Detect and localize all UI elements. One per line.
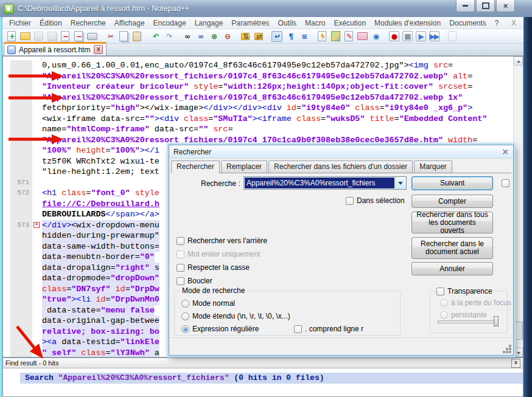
in-selection-label: Dans sélection: [357, 196, 405, 205]
menu-item-outils[interactable]: Outils: [273, 18, 301, 29]
wrap-checkbox[interactable]: Boucler: [177, 277, 212, 285]
word-wrap-icon[interactable]: ↵: [271, 30, 283, 43]
sync-vertical-icon[interactable]: ⇅: [239, 30, 251, 43]
line-number: [10, 145, 32, 156]
find-dialog-title-bar[interactable]: Rechercher ✕: [169, 145, 513, 159]
slider-thumb-icon[interactable]: [494, 316, 499, 326]
minimize-button[interactable]: [456, 0, 475, 12]
scrollbar-thumb[interactable]: [514, 322, 523, 340]
bookmark-margin: [3, 103, 10, 114]
menu-item-modules-d-extension[interactable]: Modules d'extension: [370, 18, 445, 29]
code-text: <wix-iframe data-src=""><div class="SMuT…: [42, 114, 487, 125]
find-dialog-close-icon[interactable]: ✕: [502, 148, 509, 156]
redo-icon[interactable]: ↷: [163, 30, 175, 43]
combo-dropdown-icon[interactable]: [395, 177, 406, 189]
two-buttons-mode-checkbox[interactable]: [502, 179, 509, 187]
new-file-icon[interactable]: +: [5, 30, 18, 43]
macro-stop-icon[interactable]: ■: [401, 30, 413, 43]
mode-extended-radio[interactable]: Mode étendu (\n, \r, \t, \0, \x...): [181, 312, 290, 320]
editor-line-3[interactable]: "Inventeur créateur bricoleur" style="wi…: [3, 81, 514, 92]
zoom-out-icon[interactable]: ⊖: [221, 30, 233, 43]
macro-run-multiple-icon[interactable]: ▶▶: [428, 30, 440, 43]
editor-vertical-scrollbar[interactable]: [513, 57, 523, 357]
in-selection-box-icon: [346, 197, 354, 205]
save-icon[interactable]: [32, 30, 44, 43]
dialog-tab-remplacer[interactable]: Remplacer: [221, 161, 267, 173]
macro-play-icon[interactable]: ▶: [415, 30, 427, 43]
dialog-resize-grip[interactable]: [509, 351, 511, 353]
editor-line-1[interactable]: 0,usm_0.66_1.00_0.01,enc_auto/0197c4_8f6…: [3, 60, 514, 71]
find-all-current-doc-button[interactable]: Rechercher dans le document actuel: [411, 237, 493, 259]
editor-line-2[interactable]: "Appareil%20%C3%A0%20ressort_fichiers/01…: [3, 71, 514, 82]
find-next-button[interactable]: Suivant: [411, 176, 493, 190]
macro-save-icon[interactable]: [446, 30, 458, 43]
dot-matches-newline-checkbox[interactable]: . comprend ligne r: [294, 325, 363, 333]
count-button[interactable]: Compter: [411, 195, 493, 208]
undo-icon[interactable]: ↶: [149, 30, 161, 43]
menu-item-macro[interactable]: Macro: [301, 18, 329, 29]
find-result-close-button[interactable]: x: [511, 359, 520, 368]
close-all-files-icon[interactable]: −: [72, 30, 85, 43]
mode-normal-radio[interactable]: Mode normal: [181, 299, 235, 308]
show-all-characters-icon[interactable]: ¶: [284, 30, 296, 43]
editor-line-7[interactable]: name="htmlComp-iframe" data-src="" src=: [3, 124, 514, 135]
find-all-open-docs-button[interactable]: Rechercher dans tous les documents ouver…: [411, 212, 493, 233]
document-switcher-icon[interactable]: ✎: [343, 30, 355, 43]
save-all-icon[interactable]: [46, 30, 58, 43]
paste-icon[interactable]: [131, 30, 143, 43]
open-file-icon[interactable]: [19, 30, 31, 43]
find-result-line[interactable]: Search "Appareil%20%C3%A0%ressort_fichie…: [20, 373, 523, 384]
document-map-icon[interactable]: [329, 30, 341, 43]
bookmark-margin: [3, 305, 10, 316]
fold-expand-icon[interactable]: +: [33, 222, 40, 228]
macro-record-icon[interactable]: ●: [388, 30, 400, 43]
dialog-tab-marquer[interactable]: Marquer: [414, 161, 452, 173]
scroll-down-icon[interactable]: [514, 348, 523, 357]
print-icon[interactable]: [86, 30, 98, 43]
document-tab[interactable]: Appareil à ressort.htm x: [4, 42, 107, 55]
menu-item-ex-cution[interactable]: Exécution: [329, 18, 370, 29]
editor-line-6[interactable]: <wix-iframe data-src=""><div class="SMuT…: [3, 114, 514, 125]
folder-as-workspace-icon[interactable]: [356, 30, 368, 43]
restore-button[interactable]: [476, 0, 495, 12]
replace-icon[interactable]: ∞: [194, 30, 206, 43]
editor-line-8[interactable]: "Appareil%20%C3%A0%20ressort_fichiers/01…: [3, 135, 514, 146]
transparency-checkbox[interactable]: Transparence: [435, 287, 494, 295]
close-button[interactable]: ×: [496, 0, 515, 12]
menu-item--dition[interactable]: Édition: [35, 18, 66, 29]
menu-item-affichage[interactable]: Affichage: [110, 18, 149, 29]
monitoring-icon[interactable]: ◉: [369, 30, 382, 43]
backward-checkbox[interactable]: Rechercher vers l'arrière: [177, 236, 267, 245]
copy-icon[interactable]: [117, 30, 130, 43]
cancel-button[interactable]: Annuler: [411, 262, 493, 275]
editor-line-5[interactable]: fetchpriority="high"></wix-image></div><…: [3, 103, 514, 114]
dialog-tab-rechercher[interactable]: Rechercher: [171, 161, 220, 173]
search-input[interactable]: Appareil%20%C3%A0%ressort_fichiers: [243, 176, 407, 190]
in-selection-checkbox[interactable]: Dans sélection: [346, 196, 405, 205]
menu-item-encodage[interactable]: Encodage: [149, 18, 191, 29]
menu-item-recherche[interactable]: Recherche: [66, 18, 110, 29]
close-file-icon[interactable]: −: [59, 30, 71, 43]
menu-item-documents[interactable]: Documents: [445, 18, 491, 29]
menu-item-fichier[interactable]: Fichier: [5, 18, 35, 29]
menu-item-param-tres[interactable]: Paramètres: [227, 18, 273, 29]
line-number: [10, 81, 32, 92]
tab-close-icon[interactable]: x: [94, 45, 103, 54]
editor-line-4[interactable]: "Appareil%20%C3%A0%20ressort_fichiers/01…: [3, 92, 514, 103]
menu-item-langage[interactable]: Langage: [191, 18, 228, 29]
zoom-in-icon[interactable]: ⊕: [208, 30, 220, 43]
redo-icon-glyph: ↷: [163, 30, 175, 43]
menu-item-?[interactable]: ?: [491, 18, 503, 29]
find-icon[interactable]: ∞: [181, 30, 193, 43]
cut-icon[interactable]: ✂: [104, 30, 116, 43]
match-case-checkbox[interactable]: Respecter la casse: [177, 263, 250, 272]
mode-regex-radio[interactable]: Expression régulière: [181, 325, 259, 333]
indent-guides-icon[interactable]: ≡: [298, 30, 310, 43]
function-completion-icon[interactable]: ϟ: [316, 30, 328, 43]
scroll-up-icon[interactable]: [514, 57, 523, 66]
menu-close-document-button[interactable]: X: [506, 19, 521, 27]
dialog-tab-rechercher-dans-les-fichiers-d-un-dossier[interactable]: Rechercher dans les fichiers d'un dossie…: [268, 161, 413, 173]
sync-horizontal-icon[interactable]: ⇄: [253, 30, 265, 43]
search-label: Recherche :: [201, 179, 240, 188]
line-number: [10, 135, 32, 146]
